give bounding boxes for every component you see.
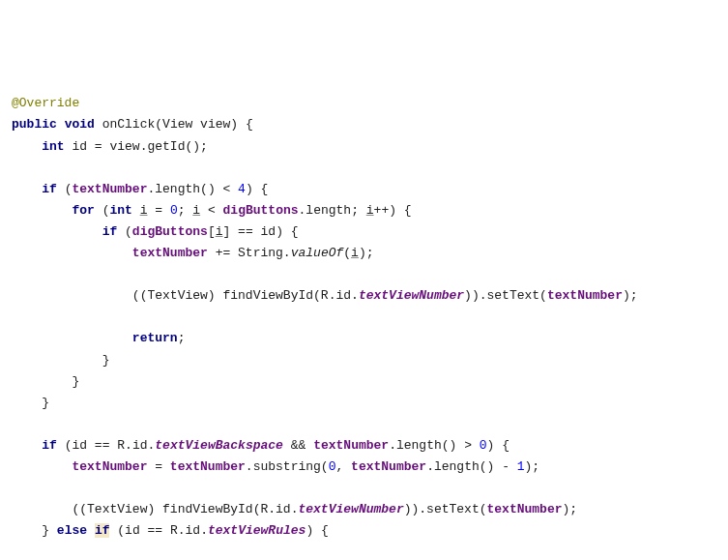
settext-open: )).setText( <box>404 502 487 516</box>
pluseq: += <box>208 246 238 260</box>
semicolon: ; <box>351 203 366 218</box>
param-type: View <box>162 117 192 132</box>
paren: ( <box>343 246 351 260</box>
field-digbuttons: digButtons <box>223 203 299 218</box>
settext-close: ); <box>623 288 638 303</box>
and: && <box>283 438 313 453</box>
paren-close: ); <box>359 246 374 260</box>
paren: ( <box>117 523 125 538</box>
keyword-return: return <box>132 331 178 345</box>
view-getid: view.getId(); <box>109 139 207 154</box>
number-4: 4 <box>238 182 246 196</box>
eqeq: == <box>230 224 260 239</box>
brace-close: } <box>72 374 79 389</box>
field-textviewbackspace: textViewBackspace <box>155 438 283 453</box>
var-i: i <box>216 224 223 239</box>
field-textnumber: textNumber <box>132 246 208 260</box>
settext-open: )).setText( <box>464 288 547 303</box>
keyword-public: public <box>12 117 57 132</box>
field-textnumber: textNumber <box>313 438 389 453</box>
field-textviewnumber: textViewNumber <box>359 288 464 303</box>
paren-brace: ) { <box>389 203 411 218</box>
field-digbuttons: digButtons <box>132 224 208 239</box>
var-i: i <box>192 203 200 218</box>
keyword-if-highlighted: if <box>95 523 110 538</box>
keyword-if: if <box>42 438 57 453</box>
rid: R.id. <box>170 523 208 538</box>
length-gt: .length() > <box>389 438 480 453</box>
brace: { <box>246 117 253 132</box>
var-i: i <box>366 203 374 218</box>
keyword-if: if <box>42 182 57 196</box>
string-class: String. <box>238 246 291 260</box>
number-0: 0 <box>170 203 178 218</box>
paren-brace: ) { <box>276 224 298 239</box>
paren-brace: ) { <box>306 523 328 538</box>
number-1: 1 <box>517 459 525 474</box>
annotation-override: @Override <box>12 96 79 110</box>
length-lt: .length() < <box>147 182 238 196</box>
field-textviewrules: textViewRules <box>208 523 306 538</box>
keyword-else: else <box>57 523 87 538</box>
field-textviewnumber: textViewNumber <box>298 502 403 516</box>
bracket-open: [ <box>208 224 216 239</box>
brace-close: } <box>42 396 49 410</box>
brace-close: } <box>102 353 110 368</box>
field-textnumber: textNumber <box>170 459 246 474</box>
eqeq: == <box>87 438 117 453</box>
keyword-void: void <box>65 117 95 132</box>
paren-brace: ) { <box>487 438 510 453</box>
equals: = <box>87 139 109 154</box>
number-0: 0 <box>329 459 336 474</box>
lt: < <box>200 203 222 218</box>
increment: ++ <box>374 203 390 218</box>
field-textnumber: textNumber <box>72 459 147 474</box>
length-minus1: .length() - <box>426 459 517 474</box>
eqeq: == <box>140 523 170 538</box>
id-ref: id <box>72 438 87 453</box>
field-textnumber: textNumber <box>351 459 426 474</box>
code-block: @Override public void onClick(View view)… <box>12 93 716 560</box>
length: .length <box>299 203 352 218</box>
keyword-if: if <box>102 224 118 239</box>
semicolon: ; <box>178 331 186 345</box>
semicolon: ; <box>178 203 193 218</box>
comma: , <box>336 459 352 474</box>
method-name: onClick <box>102 117 156 132</box>
var-i: i <box>351 246 359 260</box>
settext-close: ); <box>563 502 578 516</box>
var-id: id <box>72 139 87 154</box>
field-textnumber: textNumber <box>72 182 147 196</box>
for-init: = <box>147 203 169 218</box>
id-ref: id <box>261 224 277 239</box>
paren: ( <box>125 224 132 239</box>
keyword-for: for <box>72 203 94 218</box>
textview-cast: ((TextView) findViewById(R.id. <box>132 288 359 303</box>
field-textnumber: textNumber <box>487 502 563 516</box>
rid: R.id. <box>117 438 155 453</box>
field-textnumber: textNumber <box>547 288 623 303</box>
close: ); <box>525 459 540 474</box>
keyword-int: int <box>109 203 131 218</box>
number-0: 0 <box>480 438 487 453</box>
textview-cast: ((TextView) findViewById(R.id. <box>72 502 298 516</box>
substring: .substring( <box>246 459 329 474</box>
keyword-int: int <box>42 139 64 154</box>
paren-brace: ) { <box>246 182 268 196</box>
id-ref: id <box>125 523 140 538</box>
equals: = <box>147 459 169 474</box>
param-name: view <box>200 117 230 132</box>
brace-close: } <box>42 523 49 538</box>
method-valueof: valueOf <box>291 246 344 260</box>
